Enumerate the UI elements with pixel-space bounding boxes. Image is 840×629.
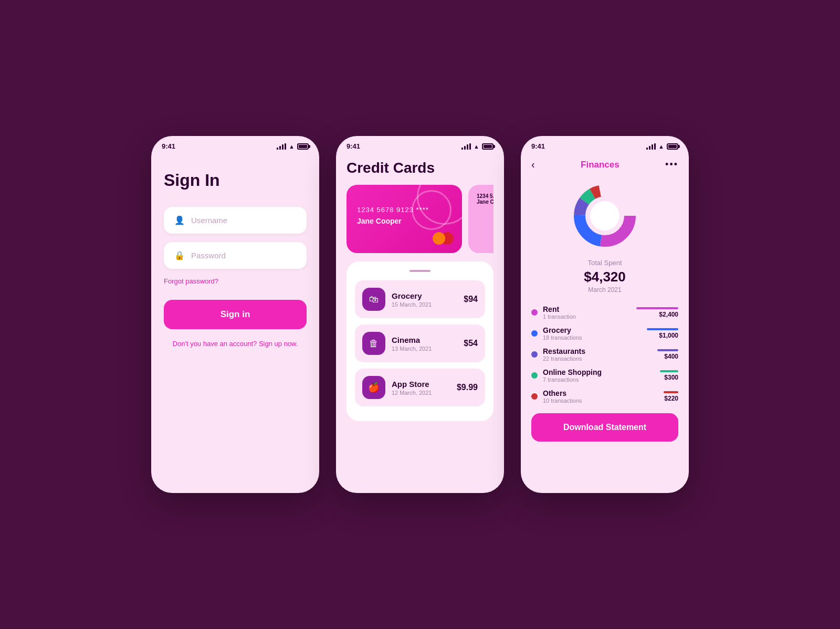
online-shopping-name: Online Shopping	[543, 368, 655, 376]
grocery-date: 15 March, 2021	[392, 301, 457, 308]
signal-icon-3	[646, 143, 656, 150]
wifi-icon-3: ▲	[658, 143, 664, 150]
category-others: Others 10 transactions $220	[531, 386, 678, 407]
category-grocery: Grocery 18 transactions $1,000	[531, 323, 678, 344]
others-info: Others 10 transactions	[543, 389, 658, 404]
user-icon: 👤	[174, 215, 185, 225]
transactions-panel: 🛍 Grocery 15 March, 2021 $94 🗑 Cinema 13…	[346, 261, 494, 421]
grocery-cat-amount: $1,000	[659, 332, 678, 339]
appstore-date: 12 March, 2021	[392, 390, 450, 396]
card-logo	[433, 232, 454, 245]
forgot-password-link[interactable]: Forgot password?	[164, 277, 307, 285]
cinema-amount: $54	[464, 339, 478, 348]
credit-card-primary[interactable]: 1234 5678 9123 **** Jane Cooper	[346, 185, 462, 253]
online-shopping-transactions: 7 transactions	[543, 376, 655, 383]
finances-screen: 9:41 ▲ ‹ Finances •••	[521, 136, 689, 493]
download-statement-button[interactable]: Download Statement	[531, 413, 678, 442]
time-3: 9:41	[531, 142, 545, 150]
restaurants-bar	[657, 349, 678, 351]
online-shopping-amount: $300	[664, 374, 678, 381]
others-dot	[531, 393, 538, 400]
others-bar-container: $220	[664, 391, 678, 402]
others-name: Others	[543, 389, 658, 397]
cards-scroll[interactable]: 1234 5678 9123 **** Jane Cooper 1234 5..…	[346, 185, 494, 253]
grocery-icon: 🛍	[362, 288, 385, 311]
transaction-appstore[interactable]: 🍎 App Store 12 March, 2021 $9.99	[355, 369, 485, 406]
rent-transactions: 1 transaction	[543, 313, 631, 320]
credit-cards-title: Credit Cards	[346, 160, 494, 176]
credit-cards-screen: 9:41 ▲ Credit Cards 1234 5678 9123 **** …	[336, 136, 504, 493]
online-shopping-bar	[660, 370, 678, 372]
online-shopping-bar-container: $300	[660, 370, 678, 381]
sign-in-title: Sign In	[164, 170, 307, 190]
battery-icon-2	[482, 143, 494, 150]
status-bar-3: 9:41 ▲	[521, 136, 689, 154]
back-button[interactable]: ‹	[531, 159, 535, 171]
grocery-name: Grocery	[392, 291, 457, 300]
finances-title: Finances	[581, 160, 620, 170]
category-online-shopping: Online Shopping 7 transactions $300	[531, 365, 678, 386]
grocery-cat-transactions: 18 transactions	[543, 334, 642, 341]
time-1: 9:41	[162, 142, 175, 150]
status-icons-2: ▲	[461, 143, 494, 150]
card-number: 1234 5678 9123 ****	[357, 206, 452, 214]
username-field[interactable]: 👤 Username	[164, 207, 307, 234]
rent-amount: $2,400	[659, 311, 678, 318]
signup-text[interactable]: Don't you have an account? Sign up now.	[164, 340, 307, 348]
status-bar-1: 9:41 ▲	[151, 136, 319, 154]
rent-name: Rent	[543, 305, 631, 313]
password-placeholder: Password	[191, 251, 226, 260]
restaurants-bar-container: $400	[657, 349, 678, 360]
battery-icon-3	[667, 143, 678, 150]
others-bar	[664, 391, 678, 393]
appstore-info: App Store 12 March, 2021	[392, 380, 450, 396]
grocery-bar-container: $1,000	[647, 328, 678, 339]
credit-card-mini[interactable]: 1234 5... Jane C...	[468, 185, 494, 253]
appstore-icon: 🍎	[362, 376, 385, 399]
time-2: 9:41	[346, 142, 360, 150]
card-mini-number: 1234 5...	[477, 193, 494, 199]
lock-icon: 🔒	[174, 250, 185, 260]
restaurants-amount: $400	[664, 353, 678, 360]
total-spent-label: Total Spent	[531, 259, 678, 267]
donut-container	[531, 179, 678, 253]
finances-header: ‹ Finances •••	[531, 154, 678, 179]
rent-bar-container: $2,400	[636, 307, 678, 318]
donut-chart	[568, 179, 642, 253]
password-field[interactable]: 🔒 Password	[164, 242, 307, 269]
category-restaurants: Restaurants 22 transactions $400	[531, 344, 678, 365]
card-mini-holder: Jane C...	[477, 199, 494, 205]
cinema-date: 13 March, 2021	[392, 345, 457, 352]
grocery-bar	[647, 328, 678, 330]
rent-bar	[636, 307, 678, 309]
others-transactions: 10 transactions	[543, 397, 658, 404]
category-list: Rent 1 transaction $2,400 Grocery 18 tra…	[531, 302, 678, 407]
sign-in-button[interactable]: Sign in	[164, 300, 307, 329]
appstore-amount: $9.99	[457, 383, 478, 392]
drag-handle[interactable]	[410, 270, 430, 272]
restaurants-info: Restaurants 22 transactions	[543, 347, 652, 362]
transaction-cinema[interactable]: 🗑 Cinema 13 March, 2021 $54	[355, 324, 485, 362]
cinema-icon: 🗑	[362, 332, 385, 355]
signal-icon	[277, 143, 286, 150]
others-amount: $220	[664, 395, 678, 402]
card-logo-circle-left	[433, 232, 445, 245]
restaurants-name: Restaurants	[543, 347, 652, 355]
cinema-info: Cinema 13 March, 2021	[392, 336, 457, 352]
wifi-icon: ▲	[289, 143, 295, 150]
svg-point-5	[590, 201, 620, 230]
battery-icon	[297, 143, 309, 150]
online-shopping-dot	[531, 372, 538, 379]
username-placeholder: Username	[191, 216, 227, 225]
total-period: March 2021	[531, 286, 678, 293]
status-icons-3: ▲	[646, 143, 678, 150]
rent-info: Rent 1 transaction	[543, 305, 631, 320]
cinema-name: Cinema	[392, 336, 457, 344]
grocery-info: Grocery 15 March, 2021	[392, 291, 457, 308]
card-holder: Jane Cooper	[357, 217, 452, 225]
transaction-grocery[interactable]: 🛍 Grocery 15 March, 2021 $94	[355, 280, 485, 318]
appstore-name: App Store	[392, 380, 450, 389]
signal-icon-2	[461, 143, 471, 150]
sign-in-screen: 9:41 ▲ Sign In 👤 Username 🔒 Password For…	[151, 136, 319, 493]
more-button[interactable]: •••	[665, 159, 678, 170]
